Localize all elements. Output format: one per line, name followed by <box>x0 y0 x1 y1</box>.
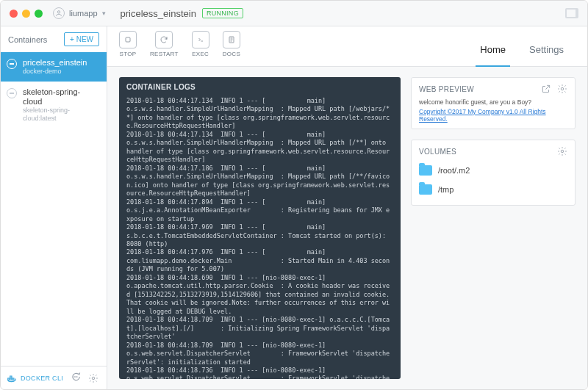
user-avatar-icon <box>53 7 65 19</box>
volumes-panel: VOLUMES /root/.m2 /tmp <box>411 140 576 206</box>
svg-point-14 <box>561 87 564 90</box>
exec-icon <box>192 31 209 48</box>
docs-button[interactable]: DOCS <box>223 31 240 57</box>
svg-point-7 <box>76 377 77 378</box>
sidebar-item-skeleton-spring-cloud[interactable]: skeleton-spring-cloud skeleton-spring-cl… <box>1 82 107 129</box>
toolbar: STOP RESTART EXEC DOCS Home Settings <box>107 26 587 67</box>
brand-logo-icon <box>565 8 578 18</box>
window-controls <box>10 10 43 18</box>
docker-cli-button[interactable]: DOCKER CLI <box>7 373 63 383</box>
docker-cli-label: DOCKER CLI <box>21 375 63 382</box>
title-block: priceless_einstein RUNNING <box>121 8 243 19</box>
svg-point-6 <box>76 377 76 378</box>
svg-point-5 <box>74 377 75 378</box>
user-name: liumapp <box>69 9 98 18</box>
web-preview-panel: WEB PREVIEW welcome honorific guest, are… <box>411 77 576 129</box>
docs-icon <box>223 31 240 48</box>
volume-path: /tmp <box>438 185 453 194</box>
volume-path: /root/.m2 <box>438 166 470 175</box>
user-menu[interactable]: liumapp ▾ <box>53 7 106 19</box>
zoom-window-button[interactable] <box>35 10 43 18</box>
container-icon <box>7 59 17 69</box>
folder-icon <box>419 165 432 176</box>
container-sub: skeleton-spring-cloud:latest <box>23 106 99 123</box>
titlebar: liumapp ▾ priceless_einstein RUNNING <box>1 1 587 26</box>
logs-title: CONTAINER LOGS <box>119 77 401 97</box>
status-badge: RUNNING <box>202 8 243 18</box>
container-logs-panel: CONTAINER LOGS 2018-01-18 00:44:17.134 I… <box>119 77 401 379</box>
web-preview-greeting: welcome honorific guest, are you a Boy? <box>419 98 567 106</box>
restart-button[interactable]: RESTART <box>150 31 179 57</box>
svg-rect-2 <box>10 378 12 380</box>
stop-icon <box>119 31 137 48</box>
container-icon <box>7 88 17 98</box>
container-name: skeleton-spring-cloud <box>23 87 99 106</box>
tool-label: RESTART <box>150 51 179 57</box>
svg-rect-4 <box>10 376 12 378</box>
svg-rect-1 <box>8 378 10 380</box>
tool-label: DOCS <box>223 51 240 57</box>
close-window-button[interactable] <box>10 10 18 18</box>
svg-rect-9 <box>126 37 130 42</box>
minimize-window-button[interactable] <box>22 10 30 18</box>
container-name: priceless_einstein <box>23 58 99 68</box>
volume-item[interactable]: /root/.m2 <box>419 161 567 180</box>
svg-point-15 <box>561 150 564 153</box>
web-preview-copyright[interactable]: Copyright ©2017 My Company v1.0 All Righ… <box>419 108 567 123</box>
folder-icon <box>419 184 432 195</box>
svg-rect-3 <box>12 378 14 380</box>
new-container-button[interactable]: + NEW <box>64 32 99 46</box>
settings-icon[interactable] <box>88 373 98 383</box>
logs-output[interactable]: 2018-01-18 00:44:17.134 INFO 1 --- [ mai… <box>119 97 401 379</box>
svg-point-8 <box>92 377 95 380</box>
tool-label: STOP <box>120 51 137 57</box>
volumes-settings-icon[interactable] <box>557 146 567 156</box>
web-preview-title: WEB PREVIEW <box>419 85 474 93</box>
sidebar-item-priceless-einstein[interactable]: priceless_einstein docker-demo <box>1 52 107 82</box>
restart-icon <box>155 31 173 48</box>
volumes-title: VOLUMES <box>419 148 456 156</box>
tool-label: EXEC <box>192 51 209 57</box>
volume-item[interactable]: /tmp <box>419 180 567 199</box>
tab-settings[interactable]: Settings <box>517 31 576 66</box>
stop-button[interactable]: STOP <box>119 31 137 57</box>
web-preview-settings-icon[interactable] <box>557 84 567 94</box>
sidebar: Containers + NEW priceless_einstein dock… <box>1 26 107 389</box>
svg-point-0 <box>57 11 60 13</box>
chevron-down-icon: ▾ <box>102 10 106 17</box>
container-title: priceless_einstein <box>121 8 196 19</box>
tab-home[interactable]: Home <box>468 31 517 66</box>
exec-button[interactable]: EXEC <box>192 31 209 57</box>
container-sub: docker-demo <box>23 68 99 76</box>
open-external-icon[interactable] <box>541 84 551 94</box>
feedback-button[interactable] <box>71 372 81 384</box>
sidebar-title: Containers <box>8 35 47 44</box>
